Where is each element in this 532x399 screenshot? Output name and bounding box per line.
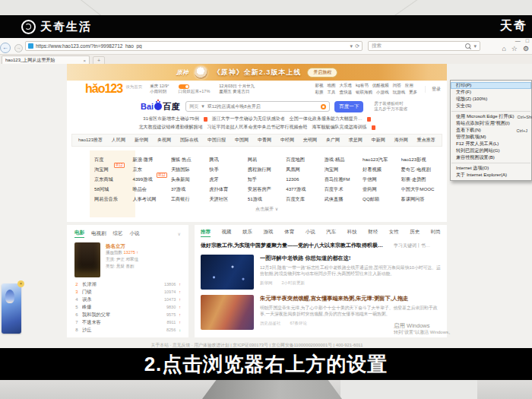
url-text[interactable]: https://www.hao123.com/?tn=99982712_hao_… xyxy=(36,43,348,49)
floating-ad[interactable] xyxy=(2,283,21,334)
menu-item[interactable]: 文件(F) xyxy=(451,89,531,96)
feed-tab[interactable]: 娱乐 xyxy=(242,229,252,237)
expand-link[interactable]: 点击展开 ∨ xyxy=(94,206,439,213)
movie-title[interactable]: 不速来客 xyxy=(82,319,163,326)
promo-widget[interactable]: 口袋鼓起来+17% xyxy=(179,84,211,94)
quick-link[interactable]: 大乐透 xyxy=(340,83,353,88)
feed-headline-tag[interactable]: 学习关键词丨书… xyxy=(394,242,430,249)
menu-item[interactable]: 查看下载(N) Ctrl+J xyxy=(451,127,531,134)
nav-site-link[interactable]: 重点推荐 xyxy=(417,137,435,144)
feed-tab[interactable]: 体育 xyxy=(284,229,294,237)
settings-gear-icon[interactable]: ⚙ xyxy=(523,45,529,52)
site-link[interactable]: 天涯社区 xyxy=(209,194,247,204)
feed-tab[interactable]: 视频 xyxy=(222,229,232,237)
movie-title[interactable]: 长津湖 xyxy=(82,281,161,288)
search-input[interactable]: 搜索 ▾ xyxy=(368,41,480,51)
ticker-item[interactable]: 北大教授建议错峰通勤缓解拥堵 xyxy=(139,124,203,131)
site-link[interactable]: hao123影视 xyxy=(401,154,439,164)
site-link[interactable]: 唯品会 xyxy=(132,184,170,194)
feed-article[interactable]: 一图详解中老铁路 你想知道的都在这! 12月3日,随着“一带一路”标志性工程中老… xyxy=(201,255,441,290)
feed-tab[interactable]: 推荐 xyxy=(201,229,211,237)
site-link[interactable]: 好看视频 xyxy=(363,164,401,174)
minimize-button[interactable]: — xyxy=(515,38,521,44)
site-link[interactable]: 淘宝网 xyxy=(325,164,363,174)
camera-search-icon[interactable] xyxy=(321,104,326,109)
site-link[interactable]: QQ邮箱 xyxy=(363,194,401,204)
article-title[interactable]: 朱元璋半夜突然饿醒,宫女懂事端来热粥,朱元璋:粥留下,人拖走 xyxy=(260,295,441,302)
article-thumbnail[interactable] xyxy=(201,295,254,330)
quick-link[interactable]: 问答 xyxy=(393,83,401,88)
feed-tab[interactable]: 财经 xyxy=(368,229,378,237)
movie-list-item[interactable]: 3 门锁 10974 ↑ xyxy=(74,288,181,296)
site-link[interactable]: 彩票·走势图 xyxy=(401,174,439,184)
home-icon[interactable]: ⌂ xyxy=(502,45,505,52)
nav-site-link[interactable]: 国际在线 xyxy=(180,137,198,144)
site-link[interactable]: 虎扑体育 xyxy=(209,184,247,194)
movie-list-item[interactable]: 2 长津湖 13806 ↑ xyxy=(74,280,181,288)
movie-tab[interactable]: 小说 xyxy=(130,230,140,237)
back-button[interactable]: ← xyxy=(0,43,11,53)
feed-tab[interactable]: 科技 xyxy=(347,229,357,237)
set-home-link[interactable]: 设为首页 xyxy=(125,84,142,90)
movie-tabs-more-icon[interactable]: ∨ xyxy=(178,231,181,236)
scope-dropdown-icon[interactable]: ▾ xyxy=(201,103,204,109)
baidu-logo[interactable]: Bai 百度 xyxy=(141,101,179,112)
site-link[interactable]: 51游戏 xyxy=(248,194,286,204)
movie-tab[interactable]: 电影 xyxy=(74,230,84,238)
site-link[interactable]: 百度学术 xyxy=(325,184,363,194)
quick-link[interactable]: 小游戏 xyxy=(376,90,389,95)
menu-item[interactable]: 安全(S) xyxy=(451,103,531,109)
quick-link[interactable]: kg看书 xyxy=(356,83,369,88)
ticker-item[interactable]: 海军舰艇编队完成远海训练 xyxy=(312,124,367,131)
movie-list-item[interactable]: 6 我和我的父辈 9575 ↑ xyxy=(74,311,181,318)
nav-site-link[interactable]: 求是网 xyxy=(349,137,363,144)
ticker-item[interactable]: 全国一体化政务服务能力大幅提升… xyxy=(290,116,363,122)
featured-movie-title[interactable]: 扬名立万 xyxy=(106,242,138,249)
movie-title[interactable]: 我和我的父辈 xyxy=(82,312,163,318)
quick-link[interactable]: 彩票 xyxy=(315,90,324,95)
banner-cta-button[interactable]: 开启旅程 xyxy=(307,68,337,78)
quick-link[interactable]: 银联海购 xyxy=(356,90,372,95)
maximize-button[interactable]: □ xyxy=(526,38,529,44)
site-link[interactable]: 37游戏 xyxy=(171,184,209,194)
menu-item[interactable]: 缩放(Z) (100%) xyxy=(451,96,531,103)
site-link[interactable]: 网易 xyxy=(248,154,286,164)
nav-site-link[interactable]: 央广网 xyxy=(326,137,340,144)
refresh-icon[interactable]: ⟳ xyxy=(355,43,359,49)
menu-item[interactable]: 转到已固定的网站(G) xyxy=(451,147,531,154)
feed-headline-row[interactable]: 做好宗教工作,为实现中国梦凝聚力量——党的十八大以来宗教工作取得积极成效 学习关… xyxy=(201,242,441,249)
tab-close-icon[interactable]: × xyxy=(83,59,86,63)
site-link[interactable]: 中国大学MOOC xyxy=(401,184,439,194)
nav-site-link[interactable]: 中青网 xyxy=(258,137,271,144)
feed-tab[interactable]: 小说 xyxy=(306,229,315,237)
quick-link[interactable]: 地图 xyxy=(328,83,336,88)
site-link[interactable]: 携程旅行网 xyxy=(248,164,286,174)
site-link[interactable]: 58同城 xyxy=(94,184,132,194)
site-link[interactable]: 游戏·精品 xyxy=(325,154,363,164)
site-link[interactable]: 人事考试网 xyxy=(132,194,170,204)
movie-title[interactable]: 门锁 xyxy=(82,289,161,296)
nav-site-link[interactable]: 新华网 xyxy=(135,137,148,144)
quick-link[interactable]: 更多 xyxy=(409,90,417,95)
site-link[interactable]: 百度文库 xyxy=(286,194,324,204)
movie-poster[interactable] xyxy=(74,242,100,277)
site-link[interactable]: 虎牙 xyxy=(209,174,247,184)
site-link[interactable]: 4377游戏 xyxy=(286,184,324,194)
article-source[interactable]: 新华网 xyxy=(260,280,273,286)
login-link[interactable]: 登录 xyxy=(425,86,441,93)
site-link[interactable]: 京东商城 xyxy=(94,174,132,184)
movie-title[interactable]: 沙丘 xyxy=(82,327,163,334)
site-link[interactable]: 天猫国际 xyxy=(171,164,209,174)
promo-toggle[interactable] xyxy=(179,84,189,89)
site-link[interactable]: 知乎 xyxy=(248,174,286,184)
weather-widget[interactable]: 重庆 12/9° 小雨转阴 xyxy=(150,84,169,94)
search-icon[interactable] xyxy=(465,43,470,49)
nav-site-link[interactable]: 中经网 xyxy=(280,137,294,144)
search-side-note[interactable]: 房子装修贴砖时 这几步千万不能省 xyxy=(374,101,407,112)
site-link[interactable]: 慕课网问答 xyxy=(401,194,439,204)
featured-movie[interactable]: 扬名立万 播放指数 13275 ↑ 主演: 尹正 邓家佳 类型: 悬疑 喜剧 xyxy=(74,242,181,277)
menu-item[interactable]: 兼容性视图设置(B) xyxy=(451,154,531,161)
site-link[interactable]: 武侠直播 xyxy=(325,194,363,204)
baidu-search-button[interactable]: 百度一下 xyxy=(334,101,363,112)
menu-item[interactable]: 管理加载项(M) xyxy=(451,134,531,141)
